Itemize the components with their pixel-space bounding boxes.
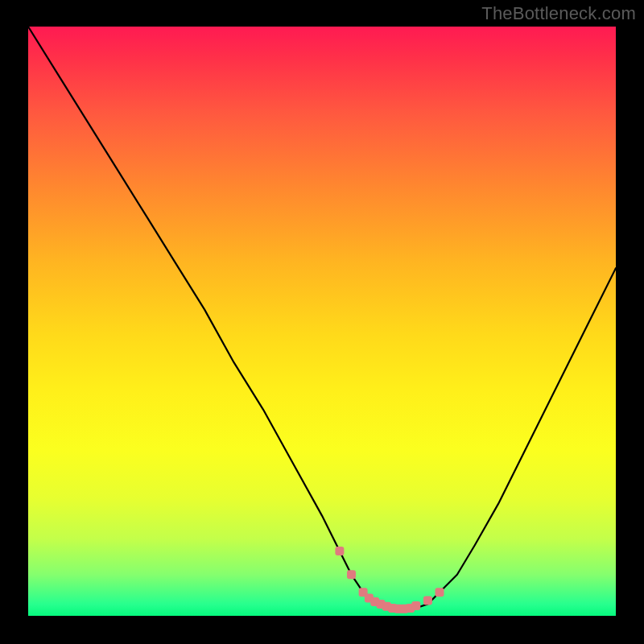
watermark-text: TheBottleneck.com	[481, 3, 636, 24]
bottleneck-curve-right	[393, 268, 616, 610]
bottleneck-curve-left	[28, 27, 393, 610]
markers-group	[335, 547, 444, 613]
marker-point	[436, 588, 444, 597]
chart-svg	[28, 27, 616, 616]
curve-group	[28, 27, 616, 610]
marker-point	[347, 570, 356, 579]
chart-plot-area	[28, 27, 616, 616]
marker-point	[335, 547, 344, 555]
marker-point	[423, 597, 432, 605]
marker-point	[411, 601, 420, 610]
